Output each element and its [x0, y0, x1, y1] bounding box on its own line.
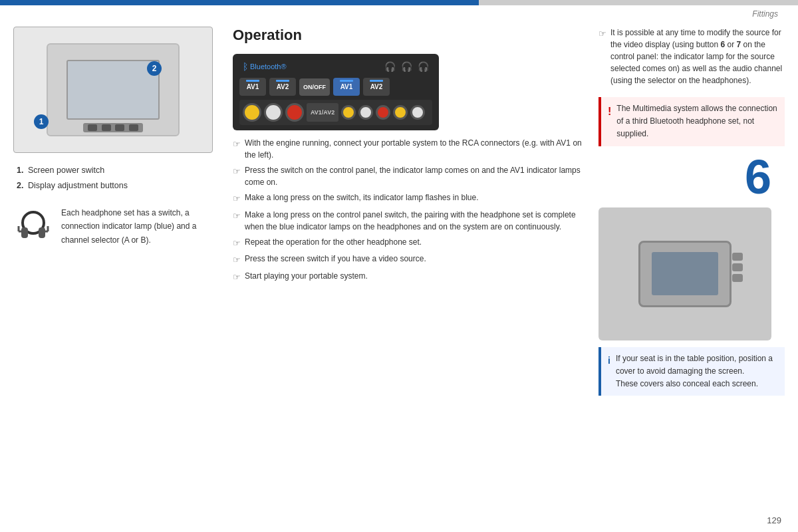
badge-2: 2 — [147, 61, 162, 76]
panel-btn-av1-right[interactable]: AV1 — [333, 78, 360, 96]
ctrl-btn-3 — [115, 124, 124, 131]
headphone-description: Each headphone set has a switch, a conne… — [61, 206, 226, 247]
btn-indicator-3 — [340, 80, 353, 82]
header: Fittings — [0, 5, 798, 20]
display-screen — [66, 60, 160, 120]
bullet-arrow-2: ☞ — [233, 165, 241, 178]
middle-column: Operation ᛒ Bluetooth® 🎧 🎧 🎧 AV1 — [233, 27, 592, 519]
bullet-arrow-1: ☞ — [233, 138, 241, 151]
bullet-text-2: Press the switch on the control panel, t… — [245, 164, 585, 188]
connector-yellow-2 — [341, 105, 356, 120]
info-icon: i — [608, 353, 610, 368]
left-column: 2 1 1. Screen power switch 2. Display ad… — [13, 27, 226, 519]
bullet-item-1: ☞ With the engine running, connect your … — [233, 137, 585, 161]
section-number: 6 — [598, 153, 771, 201]
badge-1: 1 — [34, 114, 49, 129]
right-column: ☞ It is possible at any time to modify t… — [598, 27, 785, 519]
exclaim-icon: ! — [608, 103, 611, 120]
bullet-arrow-4: ☞ — [233, 209, 241, 223]
connector-yellow-3 — [393, 105, 408, 120]
tablet-screen — [652, 252, 718, 295]
ctrl-btn-2 — [102, 124, 111, 131]
bullet-item-2: ☞ Press the switch on the control panel,… — [233, 164, 585, 188]
label-num-2: 2. — [17, 181, 23, 190]
tab-ctrl-btn-3 — [732, 274, 743, 282]
panel-btn-av2-right[interactable]: AV2 — [363, 78, 390, 96]
bluetooth-logo: ᛒ Bluetooth® — [243, 61, 287, 72]
bullet-text-7: Start playing your portable system. — [245, 270, 368, 282]
svg-rect-1 — [21, 227, 28, 238]
connector-white-3 — [410, 105, 425, 120]
panel-btn-av2-left[interactable]: AV2 — [269, 78, 296, 96]
label-text-1: Screen power switch — [28, 166, 104, 175]
right-bullet-list: ☞ It is possible at any time to modify t… — [598, 27, 785, 86]
right-bullet-arrow-1: ☞ — [598, 27, 606, 41]
tab-ctrl-btn-2 — [732, 263, 743, 271]
connector-red-1 — [285, 103, 304, 122]
control-panel-illustration: ᛒ Bluetooth® 🎧 🎧 🎧 AV1 AV2 ON — [233, 54, 439, 130]
info-box: i If your seat is in the table position,… — [598, 347, 785, 396]
label-text-2: Display adjustment buttons — [28, 181, 128, 190]
bullet-arrow-7: ☞ — [233, 271, 241, 284]
connector-red-2 — [376, 105, 390, 120]
bluetooth-label: Bluetooth® — [250, 63, 287, 70]
bluetooth-symbol: ᛒ — [243, 61, 248, 72]
bullet-text-6: Press the screen switch if you have a vi… — [245, 253, 426, 265]
bullet-item-5: ☞ Repeat the operation for the other hea… — [233, 236, 585, 250]
tablet-illustration — [598, 207, 771, 340]
panel-btn-onoff[interactable]: ON/OFF — [299, 78, 330, 96]
bullet-item-7: ☞ Start playing your portable system. — [233, 270, 585, 284]
label-item-1: 1. Screen power switch — [17, 163, 226, 178]
ctrl-btn-1 — [88, 124, 97, 131]
bullet-text-5: Repeat the operation for the other headp… — [245, 236, 422, 248]
control-bar — [83, 123, 143, 132]
connector-label: AV1/AV2 — [307, 103, 338, 122]
label-item-2: 2. Display adjustment buttons — [17, 178, 226, 194]
top-bar — [0, 0, 798, 5]
operation-bullet-list: ☞ With the engine running, connect your … — [233, 137, 585, 283]
panel-btn-av1-left[interactable]: AV1 — [239, 78, 266, 96]
panel-btn-row: AV1 AV2 ON/OFF AV1 AV2 — [239, 78, 432, 96]
info-text: If your seat is in the table position, p… — [616, 352, 778, 391]
main-content: 2 1 1. Screen power switch 2. Display ad… — [0, 20, 798, 525]
warning-text: The Multimedia system allows the connect… — [616, 102, 778, 141]
headphone-image — [13, 206, 53, 246]
right-bullet-text-1: It is possible at any time to modify the… — [610, 27, 785, 86]
btn-indicator-2 — [276, 80, 289, 82]
warning-box: ! The Multimedia system allows the conne… — [598, 97, 785, 146]
bullet-arrow-5: ☞ — [233, 237, 241, 250]
right-bullet-1: ☞ It is possible at any time to modify t… — [598, 27, 785, 86]
connector-yellow-1 — [243, 103, 261, 122]
btn-indicator-1 — [246, 80, 259, 82]
operation-title: Operation — [233, 27, 585, 44]
bullet-text-4: Make a long press on the control panel s… — [245, 209, 585, 233]
headphone-icon-1: 🎧 — [384, 61, 396, 72]
section-label: Fittings — [752, 9, 778, 19]
tab-ctrl-btn-1 — [732, 253, 743, 261]
headphone-icons-row: 🎧 🎧 🎧 — [384, 61, 429, 72]
btn-indicator-4 — [370, 80, 383, 82]
bullet-arrow-3: ☞ — [233, 192, 241, 205]
page-number: 129 — [767, 515, 781, 525]
connector-white-2 — [358, 105, 373, 120]
headphone-icon-2: 🎧 — [401, 61, 412, 72]
bullet-item-3: ☞ Make a long press on the switch, its i… — [233, 192, 585, 205]
labels-list: 1. Screen power switch 2. Display adjust… — [13, 163, 226, 193]
headphone-section: Each headphone set has a switch, a conne… — [13, 203, 226, 247]
label-num-1: 1. — [17, 166, 23, 175]
panel-top-row: ᛒ Bluetooth® 🎧 🎧 🎧 — [239, 59, 432, 74]
display-image-box: 2 1 — [13, 27, 213, 153]
bullet-item-6: ☞ Press the screen switch if you have a … — [233, 253, 585, 267]
tablet-controls — [732, 253, 743, 282]
tablet-device — [638, 241, 732, 307]
connector-row: AV1/AV2 — [239, 100, 432, 125]
bullet-text-1: With the engine running, connect your po… — [245, 137, 585, 161]
bullet-arrow-6: ☞ — [233, 253, 241, 267]
bullet-item-4: ☞ Make a long press on the control panel… — [233, 209, 585, 233]
svg-rect-2 — [39, 227, 45, 238]
display-inner: 2 — [47, 43, 180, 136]
headphone-icon-3: 🎧 — [418, 61, 429, 72]
bullet-text-3: Make a long press on the switch, its ind… — [245, 192, 479, 203]
ctrl-btn-4 — [129, 124, 138, 131]
connector-white-1 — [264, 103, 283, 122]
